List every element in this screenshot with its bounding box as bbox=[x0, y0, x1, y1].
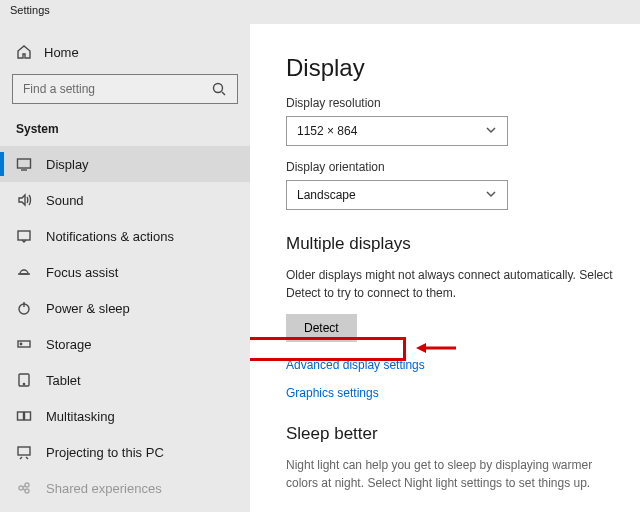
sidebar-item-label: Shared experiences bbox=[46, 481, 162, 496]
detect-button[interactable]: Detect bbox=[286, 314, 357, 342]
sidebar-item-label: Notifications & actions bbox=[46, 229, 174, 244]
sidebar: Home Find a setting System Display bbox=[0, 24, 250, 512]
orientation-select[interactable]: Landscape bbox=[286, 180, 508, 210]
graphics-settings-link[interactable]: Graphics settings bbox=[286, 386, 379, 400]
search-icon bbox=[211, 81, 227, 97]
chevron-down-icon bbox=[485, 188, 497, 203]
svg-rect-10 bbox=[18, 447, 30, 455]
projecting-icon bbox=[16, 444, 32, 460]
sidebar-item-label: Storage bbox=[46, 337, 92, 352]
home-icon bbox=[16, 44, 32, 60]
resolution-select[interactable]: 1152 × 864 bbox=[286, 116, 508, 146]
sidebar-item-label: Tablet bbox=[46, 373, 81, 388]
sidebar-item-label: Power & sleep bbox=[46, 301, 130, 316]
search-placeholder: Find a setting bbox=[23, 82, 95, 96]
svg-point-5 bbox=[20, 343, 21, 344]
sidebar-item-label: Multitasking bbox=[46, 409, 115, 424]
sidebar-item-multitasking[interactable]: Multitasking bbox=[0, 398, 250, 434]
chevron-down-icon bbox=[485, 124, 497, 139]
orientation-label: Display orientation bbox=[286, 160, 640, 174]
svg-rect-1 bbox=[18, 159, 31, 168]
sidebar-item-label: Sound bbox=[46, 193, 84, 208]
svg-rect-9 bbox=[25, 412, 31, 420]
sidebar-item-focus-assist[interactable]: Focus assist bbox=[0, 254, 250, 290]
sidebar-item-label: Display bbox=[46, 157, 89, 172]
focus-assist-icon bbox=[16, 264, 32, 280]
resolution-label: Display resolution bbox=[286, 96, 640, 110]
shared-icon bbox=[16, 480, 32, 496]
svg-point-0 bbox=[214, 84, 223, 93]
nav-list: Display Sound Notifications & actions Fo… bbox=[0, 146, 250, 506]
svg-rect-8 bbox=[18, 412, 24, 420]
display-icon bbox=[16, 156, 32, 172]
search-input[interactable]: Find a setting bbox=[12, 74, 238, 104]
sidebar-item-notifications[interactable]: Notifications & actions bbox=[0, 218, 250, 254]
resolution-value: 1152 × 864 bbox=[297, 124, 357, 138]
power-icon bbox=[16, 300, 32, 316]
page-title: Display bbox=[286, 54, 640, 82]
sidebar-item-power-sleep[interactable]: Power & sleep bbox=[0, 290, 250, 326]
window-title: Settings bbox=[0, 0, 640, 24]
sidebar-item-tablet[interactable]: Tablet bbox=[0, 362, 250, 398]
svg-point-11 bbox=[19, 486, 23, 490]
orientation-value: Landscape bbox=[297, 188, 356, 202]
sleep-better-text: Night light can help you get to sleep by… bbox=[286, 456, 626, 492]
content-area: Display Display resolution 1152 × 864 Di… bbox=[250, 24, 640, 512]
sidebar-item-shared[interactable]: Shared experiences bbox=[0, 470, 250, 506]
section-header: System bbox=[0, 116, 250, 146]
sidebar-item-sound[interactable]: Sound bbox=[0, 182, 250, 218]
advanced-display-settings-link[interactable]: Advanced display settings bbox=[286, 358, 425, 372]
home-label: Home bbox=[44, 45, 79, 60]
sleep-better-heading: Sleep better bbox=[286, 424, 640, 444]
sidebar-item-storage[interactable]: Storage bbox=[0, 326, 250, 362]
sound-icon bbox=[16, 192, 32, 208]
multiple-displays-heading: Multiple displays bbox=[286, 234, 640, 254]
sidebar-item-display[interactable]: Display bbox=[0, 146, 250, 182]
tablet-icon bbox=[16, 372, 32, 388]
sidebar-item-projecting[interactable]: Projecting to this PC bbox=[0, 434, 250, 470]
storage-icon bbox=[16, 336, 32, 352]
sidebar-item-label: Focus assist bbox=[46, 265, 118, 280]
svg-point-7 bbox=[23, 383, 24, 384]
home-button[interactable]: Home bbox=[0, 38, 250, 74]
multiple-displays-text: Older displays might not always connect … bbox=[286, 266, 626, 302]
multitasking-icon bbox=[16, 408, 32, 424]
svg-rect-2 bbox=[18, 231, 30, 240]
sidebar-item-label: Projecting to this PC bbox=[46, 445, 164, 460]
notifications-icon bbox=[16, 228, 32, 244]
